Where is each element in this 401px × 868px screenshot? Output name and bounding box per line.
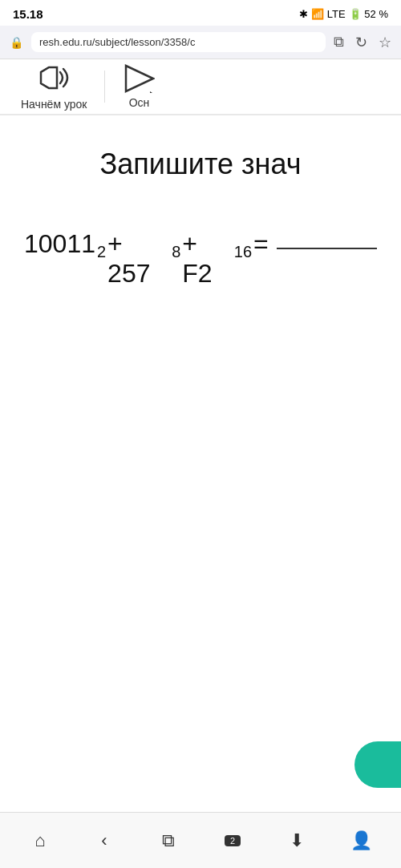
refresh-icon[interactable]: ↻ (355, 34, 367, 51)
tab-count-badge: 2 (225, 835, 241, 846)
svg-line-1 (41, 67, 49, 72)
bottom-nav-back[interactable]: ‹ (72, 830, 136, 851)
profile-icon: 👤 (350, 830, 372, 851)
back-icon: ‹ (101, 830, 107, 851)
status-bar: 15.18 ✱ 📶 LTE 🔋 52 % (0, 0, 401, 26)
lte-label: LTE (327, 8, 346, 20)
bookmarks-nav-icon: ⧉ (162, 830, 175, 851)
browser-actions: ⧉ ↻ ☆ (334, 34, 391, 51)
tab-start-lesson[interactable]: Начнём урок (8, 59, 99, 115)
lock-icon: 🔒 (10, 36, 23, 49)
bookmarks-icon[interactable]: ⧉ (334, 34, 344, 50)
bottom-nav: ⌂ ‹ ⧉ 2 ⬇ 👤 (0, 812, 401, 868)
browser-bar: 🔒 ⧉ ↻ ☆ (0, 26, 401, 59)
bottom-nav-home[interactable]: ⌂ (8, 830, 72, 851)
start-lesson-label: Начнём урок (21, 98, 87, 111)
svg-marker-3 (126, 66, 153, 91)
nav-tabs: Начнём урок Осн (0, 59, 401, 115)
play-icon (123, 64, 155, 93)
expr-base3: 16 (234, 243, 252, 261)
bottom-nav-tabs[interactable]: 2 (200, 835, 265, 846)
status-icons: ✱ 📶 LTE 🔋 52 % (299, 8, 388, 20)
home-icon: ⌂ (34, 830, 45, 851)
status-time: 15.18 (13, 7, 43, 21)
bookmark-star-icon[interactable]: ☆ (379, 34, 391, 51)
bottom-nav-profile[interactable]: 👤 (329, 830, 393, 851)
expr-part1: 10011 (24, 229, 95, 259)
expr-answer-line (277, 248, 377, 249)
expr-base1: 2 (97, 243, 106, 261)
lesson-title: Запишите знач (24, 147, 377, 181)
battery-icon: 🔋 52 % (349, 8, 388, 20)
expr-plus2: + F2 (182, 229, 233, 289)
fab-button[interactable] (354, 741, 401, 788)
bluetooth-icon: ✱ (299, 8, 308, 20)
expr-plus1: + 257 (107, 229, 170, 289)
tab-osnovy[interactable]: Осн (110, 59, 168, 115)
speaker-icon (34, 63, 73, 93)
svg-line-2 (41, 83, 49, 88)
url-input[interactable] (31, 32, 326, 52)
bottom-nav-download[interactable]: ⬇ (265, 830, 329, 851)
main-content: Запишите знач 100112 + 2578 + F216 = (0, 115, 401, 676)
osnovy-label: Осн (129, 96, 150, 109)
math-expression: 100112 + 2578 + F216 = (24, 229, 377, 289)
bottom-nav-bookmarks[interactable]: ⧉ (136, 830, 200, 851)
nav-divider (104, 71, 105, 103)
svg-marker-5 (150, 91, 155, 93)
expr-base2: 8 (172, 243, 180, 261)
play-icon-container (123, 64, 155, 93)
download-icon: ⬇ (290, 830, 304, 851)
signal-icon: 📶 (311, 8, 324, 20)
expr-equals: = (253, 229, 269, 259)
